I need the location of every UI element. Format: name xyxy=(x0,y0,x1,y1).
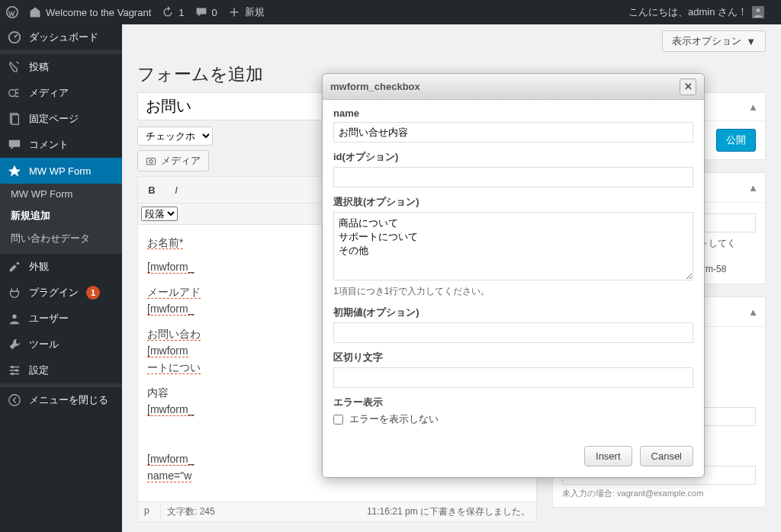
separator-label: 区切り文字 xyxy=(333,351,693,364)
menu-comments[interactable]: コメント xyxy=(0,132,122,158)
submenu-data[interactable]: 問い合わせデータ xyxy=(0,227,122,250)
menu-collapse[interactable]: メニューを閉じる xyxy=(0,387,122,413)
menu-users[interactable]: ユーザー xyxy=(0,306,122,332)
account-link[interactable]: こんにちは、admin さん！ xyxy=(628,5,764,19)
svg-point-12 xyxy=(9,395,20,405)
error-label: エラー表示 xyxy=(333,396,693,409)
menu-posts[interactable]: 投稿 xyxy=(0,54,122,80)
close-button[interactable]: ✕ xyxy=(680,79,696,95)
wp-logo[interactable] xyxy=(6,6,18,18)
content-area: 表示オプション▼ フォームを追加 チェックホ メディア B I 段落 お名前* … xyxy=(122,24,781,532)
dialog-titlebar[interactable]: mwform_checkbox ✕ xyxy=(323,74,704,100)
plugins-badge: 1 xyxy=(86,286,100,300)
choices-label: 選択肢(オプション) xyxy=(333,195,693,209)
id-label: id(オプション) xyxy=(333,150,693,164)
updates-link[interactable]: 1 xyxy=(162,6,184,18)
menu-appearance[interactable]: 外観 xyxy=(0,254,122,280)
menu-media[interactable]: メディア xyxy=(0,80,122,106)
svg-point-0 xyxy=(7,7,18,18)
svg-rect-6 xyxy=(11,115,18,125)
svg-point-10 xyxy=(15,369,18,372)
svg-point-4 xyxy=(9,90,16,97)
menu-pages[interactable]: 固定ページ xyxy=(0,106,122,132)
submenu-add[interactable]: 新規追加 xyxy=(0,204,122,227)
menu-settings[interactable]: 設定 xyxy=(0,357,122,383)
menu-plugins[interactable]: プラグイン1 xyxy=(0,280,122,306)
svg-point-2 xyxy=(757,8,760,12)
site-title: Welcome to the Vagrant xyxy=(46,7,151,18)
cancel-button[interactable]: Cansel xyxy=(640,446,693,466)
admin-menu: ダッシュボード 投稿 メディア 固定ページ コメント MW WP Form MW… xyxy=(0,24,122,532)
submenu-list[interactable]: MW WP Form xyxy=(0,184,122,204)
site-link[interactable]: Welcome to the Vagrant xyxy=(29,6,151,18)
choices-textarea[interactable]: 商品について サポートについて その他 xyxy=(333,212,693,280)
default-label: 初期値(オプション) xyxy=(333,306,693,319)
menu-dashboard[interactable]: ダッシュボード xyxy=(0,24,122,50)
id-input[interactable] xyxy=(333,167,693,187)
menu-mwwpform[interactable]: MW WP Form xyxy=(0,158,122,184)
svg-point-11 xyxy=(11,373,14,376)
name-input[interactable] xyxy=(333,122,693,143)
mwform-checkbox-dialog: mwform_checkbox ✕ name id(オプション) 選択肢(オプシ… xyxy=(322,73,705,478)
new-link[interactable]: 新規 xyxy=(228,5,265,19)
submenu-mwwpform: MW WP Form 新規追加 問い合わせデータ xyxy=(0,184,122,250)
menu-tools[interactable]: ツール xyxy=(0,332,122,357)
comments-link[interactable]: 0 xyxy=(195,6,217,18)
hide-error-checkbox[interactable] xyxy=(333,415,343,425)
admin-toolbar: Welcome to the Vagrant 1 0 新規 こんにちは、admi… xyxy=(0,0,781,24)
default-input[interactable] xyxy=(333,322,693,343)
svg-point-7 xyxy=(17,262,20,265)
svg-point-9 xyxy=(11,366,14,369)
svg-point-8 xyxy=(12,315,16,319)
separator-input[interactable] xyxy=(333,367,693,388)
close-icon: ✕ xyxy=(684,81,693,92)
name-label: name xyxy=(333,107,693,119)
insert-button[interactable]: Insert xyxy=(584,446,632,466)
